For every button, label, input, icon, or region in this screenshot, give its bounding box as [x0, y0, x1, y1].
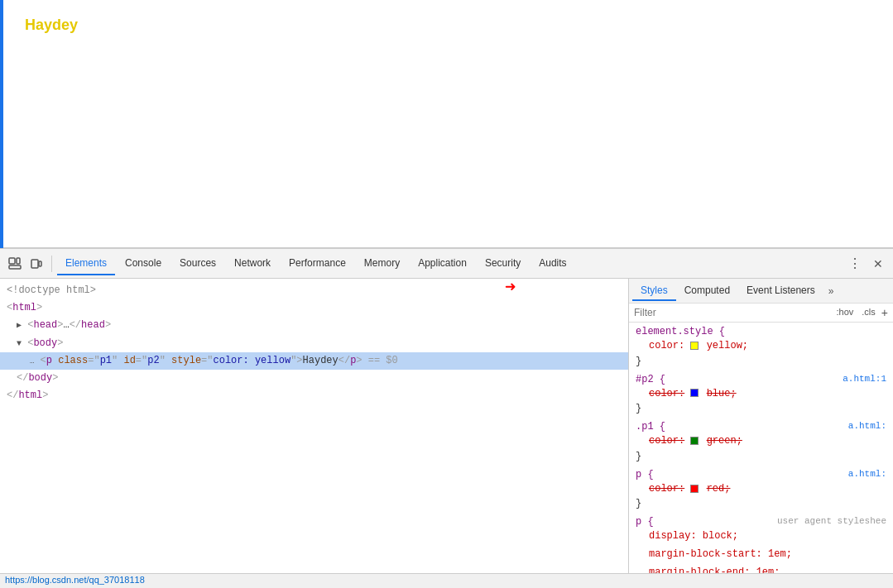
- color-swatch-blue[interactable]: [690, 389, 699, 397]
- styles-content: element.style { color: yellow; } #p2 { a…: [629, 323, 893, 588]
- styles-filter-input[interactable]: [634, 307, 829, 318]
- style-selector-p-red: p { a.html:: [636, 469, 886, 480]
- styles-filter-bar: :hov .cls +: [629, 304, 893, 323]
- styles-tabs: Styles Computed Event Listeners »: [629, 279, 893, 304]
- html-line-head: ▶ <head>…</head>: [0, 317, 628, 334]
- style-selector-p1: .p1 { a.html:: [636, 421, 886, 433]
- style-source-p-red[interactable]: a.html:: [848, 469, 886, 479]
- filter-add-button[interactable]: +: [881, 306, 888, 319]
- url-text: https://blog.csdn.net/qq_37018118: [5, 575, 145, 585]
- style-prop-mbs: margin-block-start: 1em;: [636, 546, 886, 564]
- styles-panel: Styles Computed Event Listeners » :hov .…: [629, 279, 893, 588]
- style-selector-element-style: element.style {: [636, 326, 886, 337]
- tab-sources[interactable]: Sources: [171, 252, 224, 275]
- tab-application[interactable]: Application: [410, 252, 475, 275]
- style-prop-display: display: block;: [636, 528, 886, 546]
- style-selector-p2: #p2 { a.html:1: [636, 374, 886, 385]
- tab-security[interactable]: Security: [477, 252, 529, 275]
- style-source-p2[interactable]: a.html:1: [843, 374, 886, 384]
- left-border-bar: [0, 0, 3, 248]
- color-swatch-green[interactable]: [690, 437, 699, 445]
- style-block-p-red: p { a.html: color: red; }: [636, 469, 886, 510]
- filter-hov-button[interactable]: :hov: [834, 306, 857, 319]
- viewport-content: Haydey: [0, 0, 893, 50]
- svg-rect-3: [31, 260, 38, 268]
- devtools-panel: Elements Console Sources Network Perform…: [0, 248, 893, 588]
- styles-tabs-more[interactable]: »: [823, 285, 839, 297]
- style-tab-styles[interactable]: Styles: [632, 281, 676, 301]
- style-block-element-style: element.style { color: yellow; }: [636, 326, 886, 367]
- html-line-doctype: <!doctype html>: [0, 282, 628, 299]
- svg-rect-2: [17, 258, 20, 264]
- toolbar-separator-1: [51, 256, 52, 272]
- style-block-p2: #p2 { a.html:1 color: blue; }: [636, 374, 886, 415]
- style-source-ua: user agent styleshee: [777, 516, 886, 526]
- tab-performance[interactable]: Performance: [281, 252, 354, 275]
- red-arrow-3: ➜: [505, 279, 516, 299]
- tab-memory[interactable]: Memory: [356, 252, 408, 275]
- page-heading: Haydey: [25, 17, 78, 33]
- svg-rect-1: [9, 265, 21, 269]
- filter-buttons: :hov .cls +: [834, 306, 888, 319]
- color-swatch-red[interactable]: [690, 485, 699, 493]
- style-source-p1[interactable]: a.html:: [848, 421, 886, 431]
- close-devtools-icon[interactable]: ✕: [868, 257, 888, 270]
- tab-audits[interactable]: Audits: [531, 252, 574, 275]
- svg-rect-4: [39, 261, 41, 266]
- device-toggle-icon[interactable]: [26, 254, 46, 274]
- tab-network[interactable]: Network: [226, 252, 279, 275]
- style-prop-color-blue: color: blue;: [636, 385, 886, 404]
- html-line-body-close: </body>: [0, 370, 628, 387]
- style-tab-event-listeners[interactable]: Event Listeners: [738, 281, 823, 301]
- style-block-p1: .p1 { a.html: color: green; }: [636, 421, 886, 462]
- devtools-body: <!doctype html> <html> ▶ <head>…</head> …: [0, 279, 893, 588]
- style-prop-color-green: color: green;: [636, 433, 886, 451]
- html-line-html-close: </html>: [0, 387, 628, 404]
- style-tab-computed[interactable]: Computed: [676, 281, 738, 301]
- url-bar: https://blog.csdn.net/qq_37018118: [0, 573, 893, 588]
- style-prop-color-red: color: red;: [636, 480, 886, 499]
- color-swatch-yellow[interactable]: [690, 342, 699, 350]
- devtools-toolbar: Elements Console Sources Network Perform…: [0, 249, 893, 279]
- svg-rect-0: [9, 258, 15, 264]
- html-line-html-open: <html>: [0, 299, 628, 317]
- style-prop-color-yellow: color: yellow;: [636, 337, 886, 356]
- filter-cls-button[interactable]: .cls: [859, 306, 878, 319]
- tab-console[interactable]: Console: [117, 252, 170, 275]
- more-options-icon[interactable]: ⋮: [843, 256, 867, 271]
- tab-elements[interactable]: Elements: [57, 252, 115, 275]
- browser-viewport: Haydey: [0, 0, 893, 248]
- style-selector-p-ua: p { user agent styleshee: [636, 516, 886, 528]
- html-line-p-selected[interactable]: … <p class="p1" id="p2" style="color: ye…: [0, 352, 628, 370]
- elements-panel: <!doctype html> <html> ▶ <head>…</head> …: [0, 279, 629, 588]
- html-line-body-open: ▼ <body>: [0, 335, 628, 352]
- inspector-icon[interactable]: [5, 254, 25, 274]
